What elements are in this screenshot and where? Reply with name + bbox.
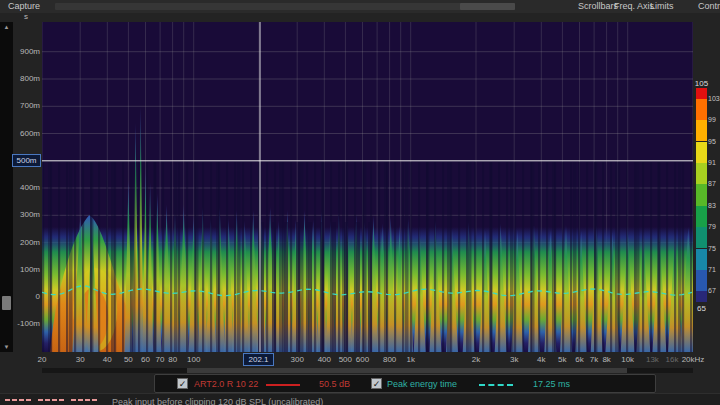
- x-tick-label: 6k: [575, 355, 583, 364]
- measurement-checkbox[interactable]: ✓: [177, 378, 188, 389]
- level-dash: [52, 399, 57, 401]
- colorbar-segment: [696, 291, 707, 302]
- x-tick-label: 13k: [646, 355, 659, 364]
- level-dash: [45, 399, 50, 401]
- y-tick-label: -100m: [0, 319, 40, 328]
- colorbar-segment: [696, 88, 707, 99]
- y-tick-label: 0: [0, 292, 40, 301]
- top-scrollbar[interactable]: [55, 3, 515, 10]
- legend-panel: ✓ ART2.0 R 10 22 50.5 dB ✓ Peak energy t…: [154, 374, 656, 393]
- colorbar-segment: [696, 249, 707, 270]
- y-tick-label: 200m: [0, 238, 40, 247]
- y-tick-label: 400m: [0, 183, 40, 192]
- level-dash: [78, 399, 83, 401]
- colorbar-tick-label: 83: [708, 202, 716, 209]
- x-tick-label: 4k: [537, 355, 545, 364]
- horizontal-scrollbar-thumb[interactable]: [187, 368, 627, 373]
- y-tick-label: 300m: [0, 210, 40, 219]
- colorbar-tick-label: 79: [708, 223, 716, 230]
- y-tick-label: 800m: [0, 74, 40, 83]
- x-tick-label: 1k: [406, 355, 414, 364]
- top-toolbar: Capture Scrollbars Freq. Axis Limits Con…: [0, 0, 720, 13]
- x-tick-label: 30: [76, 355, 85, 364]
- level-dash: [38, 399, 43, 401]
- colorbar-tick-label: 67: [708, 287, 716, 294]
- colorbar-tick-label: 87: [708, 180, 716, 187]
- limits-button[interactable]: Limits: [650, 1, 674, 11]
- colorbar-top-label: 105: [688, 79, 715, 88]
- scroll-up-arrow-icon[interactable]: ▲: [0, 24, 13, 30]
- horizontal-scrollbar[interactable]: [42, 368, 693, 373]
- x-tick-label: 800: [383, 355, 396, 364]
- colorbar-segment: [696, 99, 707, 120]
- peak-energy-value: 17.25 ms: [533, 379, 570, 389]
- x-tick-label: 8k: [602, 355, 610, 364]
- measurement-label: ART2.0 R 10 22: [194, 379, 258, 389]
- x-tick-label: 300: [291, 355, 304, 364]
- x-tick-label: 50: [124, 355, 133, 364]
- x-tick-label: 400: [318, 355, 331, 364]
- peak-energy-label: Peak energy time: [387, 379, 457, 389]
- level-dash: [59, 399, 64, 401]
- measurement-line-sample: [266, 384, 300, 386]
- x-tick-label: 20kHz: [682, 355, 705, 364]
- colorbar-segment: [696, 184, 707, 205]
- colorbar-bottom-label: 65: [688, 304, 715, 313]
- level-dash: [85, 399, 90, 401]
- x-tick-label: 2k: [472, 355, 480, 364]
- peak-energy-checkbox[interactable]: ✓: [371, 378, 382, 389]
- colorbar-segment: [696, 120, 707, 141]
- y-tick-label: 100m: [0, 265, 40, 274]
- x-tick-label: 5k: [558, 355, 566, 364]
- x-tick-label: 40: [103, 355, 112, 364]
- y-tick-label: 600m: [0, 129, 40, 138]
- cursor-frequency-readout: 202.1: [243, 353, 274, 366]
- scrollbars-button[interactable]: Scrollbars: [578, 1, 618, 11]
- status-bar: Peak input before clipping 120 dB SPL (u…: [0, 393, 720, 405]
- x-tick-label: 10k: [621, 355, 634, 364]
- controls-button[interactable]: Controls: [698, 1, 720, 11]
- spectrogram-app: Capture Scrollbars Freq. Axis Limits Con…: [0, 0, 720, 405]
- x-tick-label: 7k: [590, 355, 598, 364]
- x-tick-label: 16k: [666, 355, 679, 364]
- peak-energy-line-sample: [479, 384, 513, 386]
- top-scrollbar-thumb[interactable]: [460, 3, 515, 10]
- colorbar-segment: [696, 142, 707, 163]
- x-tick-label: 100: [187, 355, 200, 364]
- scroll-down-arrow-icon[interactable]: ▼: [0, 344, 13, 350]
- colorbar-segment: [696, 206, 707, 227]
- x-tick-label: 60: [141, 355, 150, 364]
- colorbar-tick-label: 95: [708, 138, 716, 145]
- y-tick-label: 700m: [0, 101, 40, 110]
- colorbar-segment: [696, 227, 707, 248]
- x-tick-label: 500: [339, 355, 352, 364]
- colorbar-tick-label: 91: [708, 159, 716, 166]
- level-dash: [19, 399, 24, 401]
- y-tick-label: 900m: [0, 47, 40, 56]
- spectrogram-canvas[interactable]: [42, 22, 693, 352]
- x-tick-label: 80: [168, 355, 177, 364]
- colorbar-segment: [696, 163, 707, 184]
- capture-button[interactable]: Capture: [8, 1, 40, 11]
- freq-axis-button[interactable]: Freq. Axis: [614, 1, 654, 11]
- colorbar-segment: [696, 270, 707, 291]
- level-dash: [26, 399, 31, 401]
- level-dash: [5, 399, 10, 401]
- y-axis-unit-label: s: [24, 12, 28, 21]
- colorbar-tick-label: 103: [708, 95, 720, 102]
- colorbar-tick-label: 71: [708, 266, 716, 273]
- x-tick-label: 70: [156, 355, 165, 364]
- x-tick-label: 20: [38, 355, 47, 364]
- level-dash: [12, 399, 17, 401]
- x-tick-label: 3k: [510, 355, 518, 364]
- status-text: Peak input before clipping 120 dB SPL (u…: [112, 397, 323, 405]
- level-dash: [71, 399, 76, 401]
- x-tick-label: 600: [356, 355, 369, 364]
- colorbar-tick-label: 99: [708, 116, 716, 123]
- level-dash: [92, 399, 97, 401]
- colorbar-tick-label: 75: [708, 245, 716, 252]
- measurement-value: 50.5 dB: [319, 379, 350, 389]
- cursor-time-readout: 500m: [12, 154, 41, 167]
